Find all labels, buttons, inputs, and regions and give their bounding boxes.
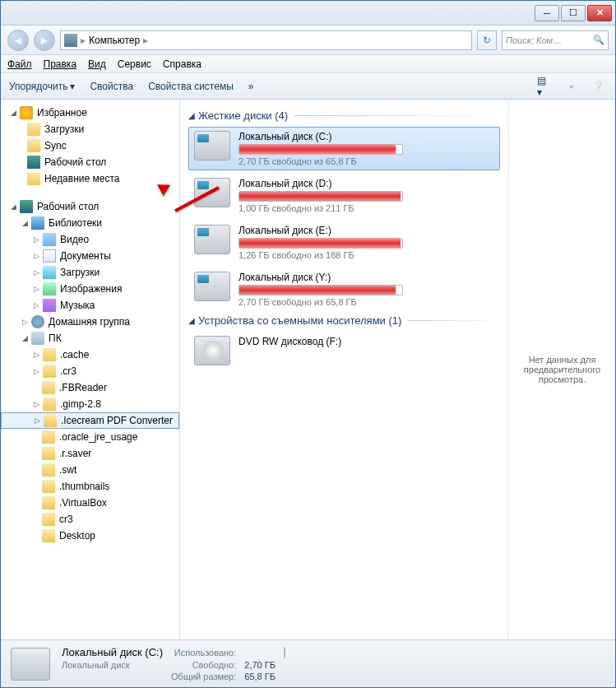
folder-icon bbox=[42, 480, 55, 493]
tree-cr3[interactable]: ▷.cr3 bbox=[1, 363, 179, 379]
download-icon bbox=[43, 266, 56, 279]
tree-swt[interactable]: .swt bbox=[1, 462, 179, 478]
folder-icon bbox=[44, 414, 57, 427]
minimize-button[interactable]: ─ bbox=[535, 5, 559, 21]
search-input[interactable]: Поиск: Ком… 🔍 bbox=[502, 30, 609, 50]
tree-gimp[interactable]: ▷.gimp-2.8 bbox=[1, 396, 179, 412]
status-total-label: Общий размер: bbox=[171, 672, 236, 681]
refresh-button[interactable]: ↻ bbox=[477, 30, 497, 50]
folder-icon bbox=[43, 348, 56, 361]
tree-cache[interactable]: ▷.cache bbox=[1, 346, 179, 363]
drive-item[interactable]: Локальный диск (C:) 2,70 ГБ свободно из … bbox=[188, 127, 500, 170]
tree-desktop[interactable]: ◢Рабочий стол bbox=[1, 198, 179, 215]
tree-icecream[interactable]: ▷.Icecream PDF Converter bbox=[1, 412, 179, 429]
menu-edit[interactable]: Правка bbox=[44, 58, 77, 70]
status-free-label: Свободно: bbox=[171, 660, 236, 670]
status-used-label: Использовано: bbox=[171, 648, 236, 658]
tree-documents[interactable]: ▷Документы bbox=[1, 248, 179, 264]
drive-free-text: 2,70 ГБ свободно из 65,8 ГБ bbox=[239, 297, 494, 307]
desktop-icon bbox=[27, 156, 40, 169]
music-icon bbox=[43, 299, 56, 312]
drive-name: DVD RW дисковод (F:) bbox=[239, 336, 494, 347]
view-mode-button[interactable]: ▤ ▾ bbox=[536, 78, 554, 95]
group-removable[interactable]: ◢Устройства со съемными носителями (1) bbox=[188, 314, 500, 327]
desktop-icon bbox=[20, 200, 33, 213]
folder-icon bbox=[43, 365, 56, 378]
drive-usage-bar bbox=[239, 238, 403, 249]
titlebar: ─ ☐ ✕ bbox=[1, 1, 615, 26]
star-icon bbox=[20, 106, 33, 119]
dvd-icon bbox=[194, 336, 230, 365]
folder-icon bbox=[42, 381, 55, 394]
hdd-icon bbox=[194, 178, 230, 207]
tree-libraries[interactable]: ◢Библиотеки bbox=[1, 215, 179, 231]
folder-icon bbox=[42, 447, 55, 460]
tree-homegroup[interactable]: ▷Домашняя группа bbox=[1, 314, 179, 330]
tree-videos[interactable]: ▷Видео bbox=[1, 231, 179, 248]
tree-oracle[interactable]: .oracle_jre_usage bbox=[1, 429, 179, 445]
preview-pane-button[interactable]: ▫ bbox=[563, 78, 581, 95]
tree-desktop-fav[interactable]: Рабочий стол bbox=[1, 154, 179, 170]
folder-icon bbox=[42, 463, 55, 476]
recent-icon bbox=[27, 172, 40, 185]
close-button[interactable]: ✕ bbox=[587, 5, 612, 21]
nav-toolbar: ◄ ► ▸ Компьютер ▸ ↻ Поиск: Ком… 🔍 bbox=[1, 26, 615, 55]
tree-pc[interactable]: ◢ПК bbox=[1, 330, 179, 346]
status-total-value: 65,8 ГБ bbox=[244, 672, 276, 681]
tree-sync[interactable]: Sync bbox=[1, 137, 179, 154]
group-hdd[interactable]: ◢Жесткие диски (4) bbox=[188, 109, 500, 122]
toolbar-more[interactable]: » bbox=[248, 81, 254, 92]
tree-recent[interactable]: Недавние места bbox=[1, 170, 179, 187]
tree-favorites[interactable]: ◢Избранное bbox=[1, 105, 179, 121]
drive-usage-bar bbox=[239, 285, 403, 295]
address-text: Компьютер bbox=[89, 35, 140, 46]
tree-fbreader[interactable]: .FBReader bbox=[1, 379, 179, 396]
menu-file[interactable]: Файл bbox=[7, 58, 32, 70]
hdd-icon bbox=[194, 225, 230, 254]
command-bar: Упорядочить ▾ Свойства Свойства системы … bbox=[1, 73, 615, 100]
status-usage-bar bbox=[284, 647, 285, 658]
menu-view[interactable]: Вид bbox=[88, 58, 106, 70]
drive-item[interactable]: Локальный диск (Y:) 2,70 ГБ свободно из … bbox=[188, 267, 500, 311]
folder-icon bbox=[43, 397, 56, 411]
status-title: Локальный диск (C:) bbox=[62, 646, 163, 658]
tree-downloads[interactable]: Загрузки bbox=[1, 121, 179, 137]
addr-sep-icon: ▸ bbox=[81, 35, 86, 46]
drive-usage-bar bbox=[239, 144, 403, 155]
organize-button[interactable]: Упорядочить ▾ bbox=[9, 81, 75, 92]
system-properties-button[interactable]: Свойства системы bbox=[148, 81, 234, 92]
navigation-tree[interactable]: ◢Избранное Загрузки Sync Рабочий стол Не… bbox=[1, 100, 180, 639]
menu-help[interactable]: Справка bbox=[163, 58, 201, 70]
folder-icon bbox=[42, 529, 55, 542]
main-area: ◢Жесткие диски (4) Локальный диск (C:) 2… bbox=[180, 100, 615, 639]
tree-downloads2[interactable]: ▷Загрузки bbox=[1, 264, 179, 281]
properties-button[interactable]: Свойства bbox=[90, 81, 133, 92]
menubar: Файл Правка Вид Сервис Справка bbox=[1, 55, 615, 73]
content-pane[interactable]: ◢Жесткие диски (4) Локальный диск (C:) 2… bbox=[180, 100, 508, 639]
tree-music[interactable]: ▷Музыка bbox=[1, 297, 179, 314]
drive-dvd[interactable]: DVD RW дисковод (F:) bbox=[188, 332, 500, 370]
help-button[interactable]: ❔ bbox=[589, 78, 607, 95]
drive-usage-bar bbox=[239, 191, 403, 202]
tree-cr3b[interactable]: cr3 bbox=[1, 511, 179, 528]
drive-item[interactable]: Локальный диск (D:) 1,00 ГБ свободно из … bbox=[188, 174, 500, 217]
status-free-value: 2,70 ГБ bbox=[244, 660, 276, 670]
tree-rsaver[interactable]: .r.saver bbox=[1, 445, 179, 462]
tree-virtualbox[interactable]: .VirtualBox bbox=[1, 495, 179, 511]
drive-free-text: 1,00 ГБ свободно из 211 ГБ bbox=[239, 203, 494, 213]
tree-thumbnails[interactable]: .thumbnails bbox=[1, 478, 179, 495]
folder-icon bbox=[27, 139, 40, 152]
search-placeholder: Поиск: Ком… bbox=[506, 35, 562, 45]
forward-button[interactable]: ► bbox=[34, 30, 55, 51]
drive-free-text: 2,70 ГБ свободно из 65,8 ГБ bbox=[239, 156, 494, 166]
preview-pane: Нет данных для предварительного просмотр… bbox=[508, 100, 615, 639]
address-bar[interactable]: ▸ Компьютер ▸ bbox=[60, 30, 472, 50]
maximize-button[interactable]: ☐ bbox=[561, 5, 586, 21]
back-button[interactable]: ◄ bbox=[7, 30, 29, 51]
folder-icon bbox=[42, 430, 55, 444]
tree-desktop-folder[interactable]: Desktop bbox=[1, 528, 179, 544]
drive-item[interactable]: Локальный диск (E:) 1,26 ГБ свободно из … bbox=[188, 221, 500, 264]
drive-name: Локальный диск (C:) bbox=[239, 131, 494, 142]
menu-tools[interactable]: Сервис bbox=[118, 58, 151, 70]
tree-pictures[interactable]: ▷Изображения bbox=[1, 281, 179, 297]
